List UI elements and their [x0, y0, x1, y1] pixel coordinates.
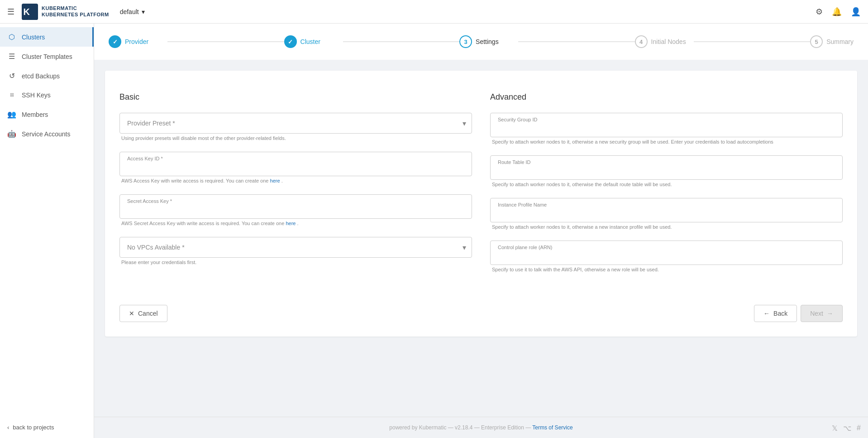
slack-icon[interactable]: #	[857, 424, 861, 433]
notifications-icon[interactable]: 🔔	[832, 7, 842, 17]
next-label: Next	[810, 310, 823, 317]
step-cluster: ✓ Cluster	[284, 35, 460, 48]
sidebar-item-etcd-backups-label: etcd Backups	[22, 72, 60, 80]
access-key-id-field: Access Key ID *	[119, 152, 472, 176]
nav-buttons: ← Back Next →	[754, 305, 843, 322]
sidebar-item-cluster-templates[interactable]: ☰ Cluster Templates	[0, 47, 94, 66]
instance-profile-helper: Specify to attach worker nodes to it, ot…	[490, 224, 843, 230]
access-key-id-input[interactable]	[127, 161, 464, 172]
button-row: ✕ Cancel ← Back Next →	[119, 298, 843, 322]
control-plane-role-group: Control plane role (ARN) Specify to use …	[490, 241, 843, 272]
access-key-id-link[interactable]: here	[270, 178, 280, 183]
secret-access-key-group: Secret Access Key * AWS Secret Access Ke…	[119, 194, 472, 226]
provider-preset-dropdown[interactable]: Provider Preset * ▾	[119, 113, 472, 134]
control-plane-role-input[interactable]	[498, 250, 835, 261]
svg-text:K: K	[24, 7, 30, 17]
secret-access-key-input[interactable]	[127, 204, 464, 215]
sidebar-item-members-label: Members	[22, 111, 48, 118]
sidebar-item-etcd-backups[interactable]: ↺ etcd Backups	[0, 66, 94, 86]
security-group-input[interactable]	[498, 122, 835, 133]
step-provider-circle: ✓	[109, 35, 121, 48]
security-group-field: Security Group ID	[490, 113, 843, 137]
next-arrow-icon: →	[827, 310, 833, 317]
sidebar-item-service-accounts[interactable]: 🤖 Service Accounts	[0, 124, 94, 144]
route-table-input[interactable]	[498, 165, 835, 176]
settings-card: Basic Provider Preset * ▾ Using provider…	[105, 71, 857, 337]
step-initial-nodes-circle: 4	[635, 35, 648, 48]
secret-access-key-link[interactable]: here	[286, 221, 296, 226]
user-icon[interactable]: 👤	[851, 7, 861, 17]
back-arrow-icon: ‹	[7, 424, 9, 431]
service-accounts-icon: 🤖	[7, 130, 16, 138]
security-group-label: Security Group ID	[498, 117, 537, 122]
instance-profile-input[interactable]	[498, 207, 835, 218]
sidebar-item-cluster-templates-label: Cluster Templates	[22, 53, 72, 60]
secret-access-key-label: Secret Access Key *	[127, 198, 172, 204]
step-summary-circle: 5	[810, 35, 823, 48]
footer-tos-link[interactable]: Terms of Service	[532, 424, 572, 431]
advanced-title: Advanced	[490, 92, 843, 102]
route-table-label: Route Table ID	[498, 159, 531, 165]
access-key-id-group: Access Key ID * AWS Access Key with writ…	[119, 152, 472, 183]
instance-profile-group: Instance Profile Name Specify to attach …	[490, 198, 843, 230]
basic-section: Basic Provider Preset * ▾ Using provider…	[119, 92, 472, 283]
back-to-projects-button[interactable]: ‹ back to projects	[7, 424, 86, 431]
vpc-dropdown[interactable]: No VPCs Available * ▾	[119, 237, 472, 258]
etcd-backups-icon: ↺	[7, 72, 16, 80]
secret-access-key-helper: AWS Secret Access Key with write access …	[119, 221, 472, 226]
settings-columns: Basic Provider Preset * ▾ Using provider…	[119, 92, 843, 283]
sidebar-item-ssh-keys[interactable]: ⌗ SSH Keys	[0, 86, 94, 105]
settings-icon[interactable]: ⚙	[816, 7, 823, 17]
provider-preset-label: Provider Preset *	[127, 120, 175, 127]
secret-access-key-field: Secret Access Key *	[119, 194, 472, 219]
clusters-icon: ⬡	[7, 33, 16, 41]
project-name: default	[120, 8, 139, 15]
main-content: ✓ Provider ✓ Cluster 3 Settings 4 Initia…	[94, 24, 868, 438]
navbar: ☰ K KUBERMATIC Kubernetes Platform defau…	[0, 0, 868, 24]
back-button[interactable]: ← Back	[754, 305, 797, 322]
control-plane-role-helper: Specify to use it to talk with the AWS A…	[490, 267, 843, 272]
brand-bottom: Kubernetes Platform	[42, 12, 109, 18]
security-group-group: Security Group ID Specify to attach work…	[490, 113, 843, 144]
step-provider-label: Provider	[125, 38, 148, 45]
step-settings-circle: 3	[459, 35, 472, 48]
provider-preset-arrow-icon: ▾	[463, 119, 466, 128]
sidebar-item-service-accounts-label: Service Accounts	[22, 130, 70, 138]
instance-profile-label: Instance Profile Name	[498, 202, 547, 207]
step-initial-nodes-number: 4	[639, 39, 643, 45]
step-cluster-circle: ✓	[284, 35, 297, 48]
project-selector[interactable]: default ▾	[120, 8, 145, 15]
sidebar-item-ssh-keys-label: SSH Keys	[22, 91, 51, 99]
vpc-helper: Please enter your credentials first.	[119, 260, 472, 265]
control-plane-role-label: Control plane role (ARN)	[498, 245, 552, 250]
instance-profile-field: Instance Profile Name	[490, 198, 843, 222]
cluster-templates-icon: ☰	[7, 52, 16, 61]
step-settings-number: 3	[464, 39, 467, 45]
hamburger-menu-icon[interactable]: ☰	[7, 7, 14, 17]
step-cluster-check: ✓	[288, 39, 293, 45]
back-to-projects-label: back to projects	[13, 424, 54, 431]
sidebar-item-clusters[interactable]: ⬡ Clusters	[0, 27, 94, 47]
step-summary-label: Summary	[826, 38, 854, 45]
security-group-helper: Specify to attach worker nodes to it, ot…	[490, 139, 843, 144]
twitter-icon[interactable]: 𝕏	[832, 424, 838, 433]
github-icon[interactable]: ⌥	[843, 424, 851, 433]
step-provider-check: ✓	[113, 39, 118, 45]
access-key-id-label: Access Key ID *	[127, 156, 163, 161]
step-initial-nodes-label: Initial Nodes	[651, 38, 686, 45]
step-summary-number: 5	[815, 39, 818, 45]
sidebar-item-members[interactable]: 👥 Members	[0, 105, 94, 124]
vpc-group: No VPCs Available * ▾ Please enter your …	[119, 237, 472, 265]
sidebar-item-clusters-label: Clusters	[22, 34, 45, 41]
footer-social-icons: 𝕏 ⌥ #	[832, 424, 861, 433]
next-button[interactable]: Next →	[801, 305, 843, 322]
brand: K KUBERMATIC Kubernetes Platform	[22, 4, 109, 20]
basic-title: Basic	[119, 92, 472, 102]
advanced-section: Advanced Security Group ID Specify to at…	[490, 92, 843, 283]
route-table-helper: Specify to attach worker nodes to it, ot…	[490, 182, 843, 187]
vpc-label: No VPCs Available *	[127, 244, 185, 251]
provider-preset-helper: Using provider presets will disable most…	[119, 135, 472, 141]
cancel-button[interactable]: ✕ Cancel	[119, 305, 167, 322]
provider-preset-group: Provider Preset * ▾ Using provider prese…	[119, 113, 472, 141]
step-settings-label: Settings	[476, 38, 499, 45]
